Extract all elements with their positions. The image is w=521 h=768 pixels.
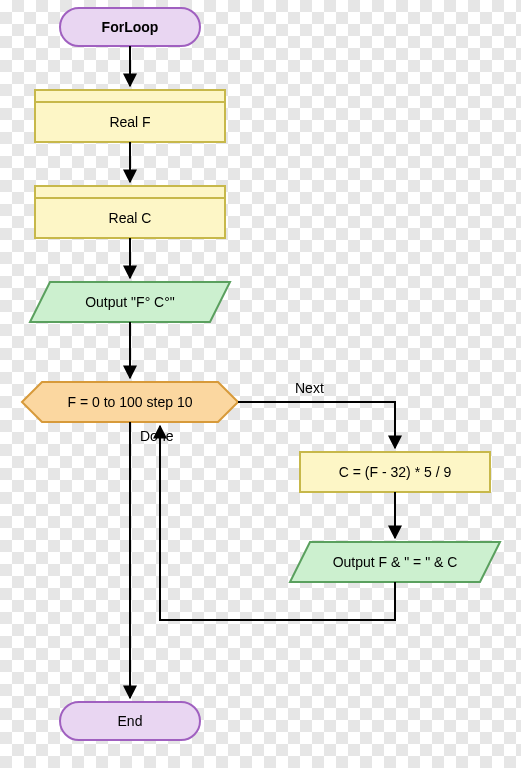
- edge-done-label: Done: [140, 428, 173, 444]
- svg-rect-2: [35, 186, 225, 198]
- svg-rect-0: [35, 90, 225, 102]
- start-node: [60, 8, 200, 46]
- declare-c-node: [35, 186, 225, 238]
- declare-f-node: [35, 90, 225, 142]
- flowchart-canvas: [0, 0, 521, 768]
- edge-loop-next: [238, 402, 395, 448]
- output-header-node: [30, 282, 230, 322]
- edge-next-label: Next: [295, 380, 324, 396]
- output-row-node: [290, 542, 500, 582]
- loop-node: [22, 382, 238, 422]
- svg-rect-3: [35, 198, 225, 238]
- svg-rect-1: [35, 102, 225, 142]
- end-node: [60, 702, 200, 740]
- assign-node: [300, 452, 490, 492]
